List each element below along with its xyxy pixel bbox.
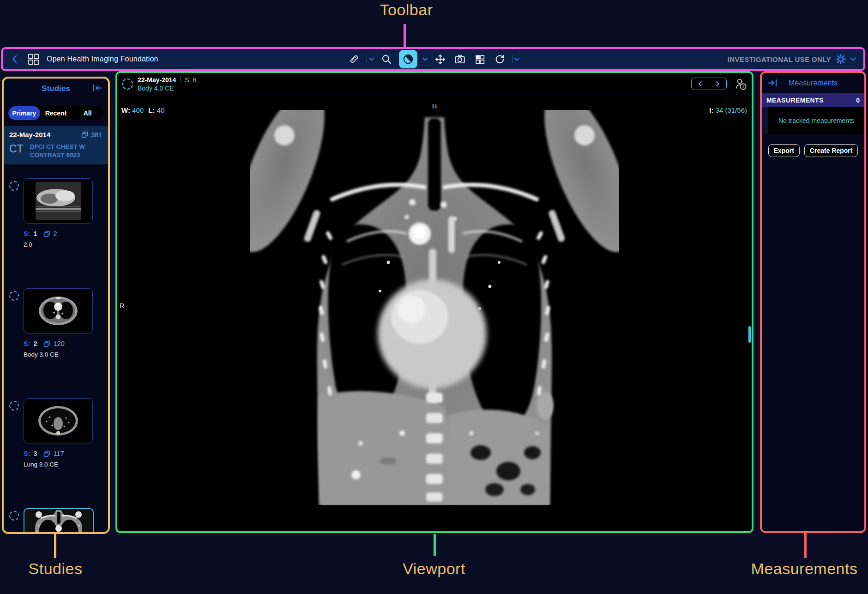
toolbar-tools: [347, 50, 519, 68]
studies-panel-title: Studies: [42, 84, 70, 93]
level-label: L:: [148, 106, 155, 114]
series-label: S:: [24, 450, 30, 457]
viewport-series-description: Body 4.0 CE: [138, 85, 196, 92]
orientation-marker-head: H: [432, 103, 437, 110]
measurements-count: 0: [856, 97, 860, 104]
layout-grid-icon[interactable]: [472, 51, 487, 67]
series-number: 1: [34, 230, 37, 237]
measurements-section-header: MEASUREMENTS 0: [762, 93, 864, 107]
viewport-series-number: S: 6: [185, 76, 196, 84]
viewport-study-date: 22-May-2014: [138, 76, 176, 84]
no-measurements-text: No tracked measurements: [778, 117, 854, 124]
viewport-canvas[interactable]: W: 400 L: 40 I: 34 (31/56) H R: [117, 95, 752, 531]
dashed-circle-icon: [9, 511, 19, 521]
more-tools-dropdown[interactable]: [512, 55, 519, 63]
viewport: 22-May-2014 S: 6 Body 4.0 CE: [117, 73, 752, 531]
toolbar-annotation-box: Open Health Imaging Foundation: [1, 47, 865, 71]
orientation-marker-right: R: [120, 302, 124, 309]
ct-coronal-image[interactable]: [250, 110, 619, 507]
image-index-overlay: I: 34 (31/56): [709, 106, 747, 114]
next-series-button[interactable]: [709, 78, 726, 90]
series-thumbnail-list: S: 1 2 2.0: [4, 164, 108, 532]
series-thumbnail-1[interactable]: S: 1 2 2.0: [4, 164, 108, 274]
settings-dropdown-chevron[interactable]: [850, 57, 856, 61]
dashed-circle-icon[interactable]: [122, 79, 133, 90]
zoom-tool-icon[interactable]: [379, 51, 394, 67]
series-instance-count: 120: [54, 340, 65, 347]
measure-ruler-icon[interactable]: [347, 51, 362, 67]
collapse-panel-icon[interactable]: [92, 84, 102, 92]
pan-tool-icon[interactable]: [433, 51, 447, 67]
series-label: S:: [24, 230, 30, 237]
viewport-header: 22-May-2014 S: 6 Body 4.0 CE: [117, 73, 752, 95]
annotation-connector-measurements: [804, 533, 807, 558]
study-description: DFCI CT CHEST W CONTRAST 6023: [30, 143, 99, 159]
window-level-overlay: W: 400 L: 40: [121, 106, 164, 114]
viewport-annotation-box: 22-May-2014 S: 6 Body 4.0 CE: [115, 71, 753, 533]
app-title: Open Health Imaging Foundation: [47, 55, 158, 63]
instances-copy-icon: [81, 131, 88, 138]
thumbnail-image-body-axial[interactable]: [24, 288, 93, 333]
divider: [512, 55, 512, 63]
measurements-left-strip: [762, 107, 768, 134]
series-instance-count: 2: [54, 230, 57, 237]
divider: [180, 76, 181, 83]
window-value: 400: [132, 106, 144, 114]
window-level-dropdown[interactable]: [422, 58, 428, 61]
expand-panel-icon[interactable]: [767, 79, 778, 87]
series-description: 2.0: [24, 241, 93, 248]
series-description: Lung 3.0 CE: [24, 461, 93, 468]
series-number: 3: [34, 450, 37, 457]
window-level-tool-active[interactable]: [399, 50, 417, 68]
series-navigation: [691, 78, 727, 90]
series-number: 2: [34, 340, 37, 347]
dashed-circle-icon: [9, 401, 19, 411]
settings-gear-icon[interactable]: [835, 54, 846, 65]
patient-info-icon[interactable]: [734, 78, 747, 91]
measurements-empty-state: No tracked measurements: [768, 107, 864, 134]
series-description: Body 3.0 CE: [24, 351, 93, 358]
index-value: 34 (31/56): [716, 106, 747, 114]
measurements-section-label: MEASUREMENTS: [766, 97, 824, 104]
annotation-label-measurements: Measurements: [735, 560, 868, 578]
previous-series-button[interactable]: [692, 78, 709, 90]
series-thumbnail-4[interactable]: [4, 494, 108, 532]
tab-primary[interactable]: Primary: [8, 106, 40, 120]
toolbar: Open Health Imaging Foundation: [3, 49, 863, 69]
measurements-panel: Measurements MEASUREMENTS 0 No tracked m…: [762, 73, 864, 531]
annotation-connector-studies: [54, 533, 56, 558]
index-label: I:: [709, 106, 713, 114]
create-report-button[interactable]: Create Report: [804, 144, 858, 157]
thumbnail-image-scout[interactable]: [24, 178, 93, 224]
export-button[interactable]: Export: [768, 144, 800, 157]
series-instance-count: 117: [54, 450, 64, 457]
annotation-connector-toolbar: [404, 24, 406, 48]
tab-recent[interactable]: Recent: [40, 106, 72, 120]
series-thumbnail-2[interactable]: S: 2 120 Body 3.0 CE: [4, 274, 108, 384]
window-label: W:: [121, 106, 130, 114]
viewport-scrollbar[interactable]: [748, 326, 751, 343]
measure-tools-dropdown[interactable]: [367, 55, 374, 63]
annotation-label-viewport: Viewport: [376, 560, 492, 578]
capture-camera-icon[interactable]: [452, 51, 467, 67]
rotate-reorient-icon[interactable]: [492, 51, 507, 67]
dashed-circle-icon: [9, 291, 19, 301]
ohif-logo-icon[interactable]: [27, 53, 40, 66]
annotation-connector-viewport: [434, 534, 436, 556]
studies-annotation-box: Studies Primary Recent All 22-May-2014: [2, 77, 110, 534]
back-button[interactable]: [10, 54, 20, 64]
study-modality: CT: [9, 144, 24, 154]
series-thumbnail-3[interactable]: S: 3 117 Lung 3.0 CE: [4, 384, 108, 494]
series-label: S:: [24, 340, 30, 347]
tab-all[interactable]: All: [72, 106, 103, 120]
level-value: 40: [157, 106, 165, 114]
series-copy-icon: [43, 230, 50, 237]
study-instance-count: 381: [91, 131, 102, 139]
thumbnail-image-lung-axial[interactable]: [24, 398, 93, 443]
measurements-panel-title: Measurements: [789, 79, 838, 87]
study-item[interactable]: 22-May-2014 381 CT DFCI CT CHEST W CONTR…: [4, 126, 108, 164]
series-copy-icon: [43, 340, 50, 347]
thumbnail-image-coronal-active[interactable]: [24, 508, 94, 532]
dashed-circle-icon: [9, 181, 19, 191]
ohif-viewer-screenshot: Toolbar Studies Viewport Measurements Op…: [0, 0, 868, 594]
